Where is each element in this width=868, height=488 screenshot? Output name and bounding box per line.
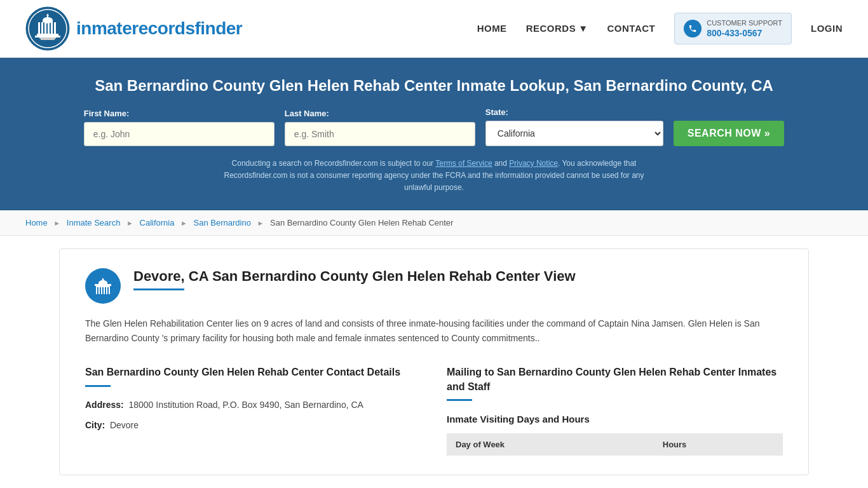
hours-table-header-row: Day of Week Hours: [447, 433, 783, 456]
mailing-divider: [447, 399, 472, 401]
first-name-label: First Name:: [84, 109, 130, 118]
svg-rect-22: [97, 287, 98, 294]
nav-login[interactable]: LOGIN: [811, 23, 843, 34]
facility-icon: [85, 268, 121, 304]
title-underline: [133, 288, 184, 290]
phone-icon: [684, 20, 702, 37]
svg-rect-23: [100, 287, 101, 294]
svg-rect-12: [39, 37, 56, 39]
contact-divider: [85, 385, 111, 387]
building-icon: [93, 276, 112, 295]
hours-col-day: Day of Week: [447, 433, 654, 456]
svg-rect-7: [48, 22, 50, 34]
last-name-field: Last Name:: [285, 109, 475, 146]
site-header: inmaterecordsfinder HOME RECORDS ▼ CONTA…: [0, 0, 868, 58]
customer-support-button[interactable]: CUSTOMER SUPPORT 800-433-0567: [674, 13, 792, 44]
privacy-link[interactable]: Privacy Notice: [509, 159, 558, 168]
svg-rect-8: [51, 22, 53, 34]
address-label: Address:: [85, 400, 124, 410]
breadcrumb-inmate-search[interactable]: Inmate Search: [67, 218, 121, 227]
main-content: Devore, CA San Bernardino County Glen He…: [34, 248, 834, 475]
svg-rect-11: [35, 36, 60, 37]
logo-text: inmaterecordsfinder: [76, 18, 242, 39]
facility-title-area: Devore, CA San Bernardino County Glen He…: [133, 268, 576, 290]
breadcrumb-sep-1: ►: [53, 219, 60, 227]
state-select[interactable]: California: [485, 121, 663, 146]
city-label: City:: [85, 420, 105, 430]
svg-rect-10: [37, 34, 58, 36]
address-row: Address: 18000 Institution Road, P.O. Bo…: [85, 400, 421, 410]
hero-banner: San Bernardino County Glen Helen Rehab C…: [0, 58, 868, 210]
svg-rect-24: [102, 287, 104, 294]
content-card: Devore, CA San Bernardino County Glen He…: [59, 248, 809, 475]
svg-rect-26: [107, 287, 109, 294]
facility-header: Devore, CA San Bernardino County Glen He…: [85, 268, 783, 304]
last-name-label: Last Name:: [285, 109, 329, 118]
svg-rect-25: [105, 287, 106, 294]
logo-icon: [25, 6, 70, 51]
svg-rect-13: [41, 39, 55, 40]
state-field: State: California: [485, 107, 663, 146]
state-label: State:: [485, 107, 508, 117]
nav-records[interactable]: RECORDS ▼: [526, 23, 588, 34]
svg-marker-21: [102, 278, 104, 280]
logo[interactable]: inmaterecordsfinder: [25, 6, 242, 51]
last-name-input[interactable]: [285, 122, 475, 146]
svg-rect-19: [98, 283, 107, 284]
breadcrumb-sep-4: ►: [257, 219, 264, 227]
svg-rect-14: [47, 15, 48, 20]
two-columns: San Bernardino County Glen Helen Rehab C…: [85, 365, 783, 456]
breadcrumb: Home ► Inmate Search ► California ► San …: [0, 210, 868, 236]
phone-svg: [688, 24, 697, 33]
breadcrumb-california[interactable]: California: [140, 218, 175, 227]
main-nav: HOME RECORDS ▼ CONTACT CUSTOMER SUPPORT …: [477, 13, 843, 44]
contact-section-title: San Bernardino County Glen Helen Rehab C…: [85, 365, 421, 379]
hours-col-hours: Hours: [654, 433, 783, 456]
address-value: 18000 Institution Road, P.O. Box 9490, S…: [128, 400, 363, 410]
hero-title: San Bernardino County Glen Helen Rehab C…: [25, 77, 843, 95]
city-row: City: Devore: [85, 420, 421, 430]
first-name-field: First Name:: [84, 109, 275, 146]
breadcrumb-san-bernardino[interactable]: San Bernardino: [194, 218, 251, 227]
contact-details-column: San Bernardino County Glen Helen Rehab C…: [85, 365, 421, 456]
nav-home[interactable]: HOME: [477, 23, 507, 34]
search-form: First Name: Last Name: State: California…: [25, 107, 843, 146]
mailing-section-title: Mailing to San Bernardino County Glen He…: [447, 365, 783, 394]
city-value: Devore: [110, 420, 139, 430]
support-phone-text: CUSTOMER SUPPORT 800-433-0567: [707, 18, 782, 39]
breadcrumb-sep-2: ►: [126, 219, 133, 227]
hours-table: Day of Week Hours: [447, 433, 783, 456]
breadcrumb-current: San Bernardino County Glen Helen Rehab C…: [270, 218, 453, 227]
nav-contact[interactable]: CONTACT: [607, 23, 656, 34]
svg-rect-6: [44, 22, 46, 34]
chevron-down-icon: ▼: [578, 23, 588, 34]
facility-description: The Glen Helen Rehabilitation Center lie…: [85, 316, 783, 347]
svg-rect-5: [41, 22, 43, 34]
facility-title: Devore, CA San Bernardino County Glen He…: [133, 268, 576, 285]
breadcrumb-sep-3: ►: [180, 219, 187, 227]
svg-rect-3: [43, 20, 53, 22]
disclaimer-text: Conducting a search on Recordsfinder.com…: [212, 158, 656, 194]
mailing-column: Mailing to San Bernardino County Glen He…: [447, 365, 783, 456]
visiting-title: Inmate Visiting Days and Hours: [447, 414, 783, 424]
search-now-button[interactable]: SEARCH NOW »: [674, 121, 784, 146]
svg-rect-9: [54, 22, 56, 34]
first-name-input[interactable]: [84, 122, 275, 146]
tos-link[interactable]: Terms of Service: [435, 159, 492, 168]
breadcrumb-home[interactable]: Home: [25, 218, 48, 227]
svg-rect-4: [38, 22, 40, 34]
